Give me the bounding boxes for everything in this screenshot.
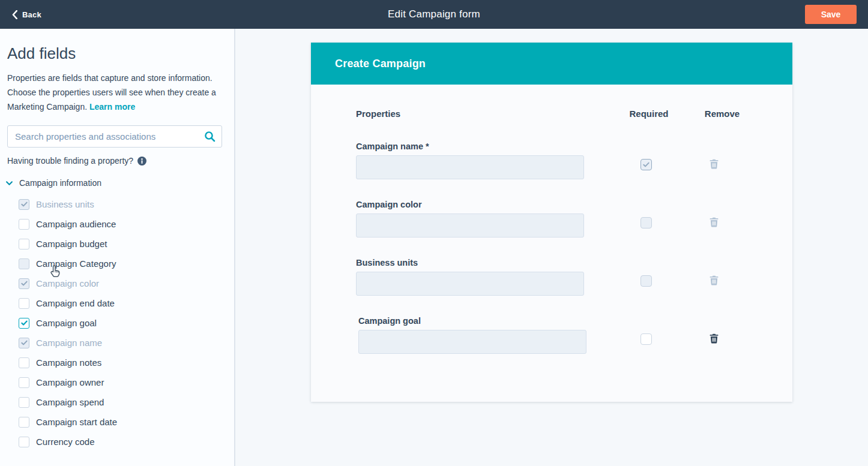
sidebar-description: Properties are fields that capture and s… (7, 71, 225, 114)
sidebar-heading: Add fields (7, 44, 76, 63)
property-label: Campaign budget (36, 239, 107, 249)
field-label: Campaign color (356, 200, 422, 209)
search-box (7, 125, 222, 148)
remove-trash-icon-disabled (710, 217, 719, 227)
required-checkbox-cell (640, 159, 652, 170)
form-row-campaign-color: Campaign color (356, 200, 770, 248)
property-label: Campaign owner (36, 377, 104, 387)
search-icon[interactable] (204, 131, 215, 142)
property-label: Campaign notes (36, 357, 101, 368)
topbar: Back Edit Campaign form Save (0, 0, 868, 29)
property-item-currency-code[interactable]: Currency code (0, 432, 235, 452)
checkbox-unchecked-hover[interactable] (19, 258, 29, 269)
trouble-text: Having trouble finding a property? (7, 156, 133, 166)
column-headers: Properties Required Remove (311, 109, 792, 121)
section-campaign-information[interactable]: Campaign information (6, 177, 101, 189)
column-header-properties: Properties (356, 109, 400, 119)
edit-campaign-form-screen: Back Edit Campaign form Save Add fields … (0, 0, 868, 466)
property-label: Business units (36, 199, 94, 209)
form-card-header: Create Campaign (311, 43, 792, 85)
chevron-down-icon (6, 181, 13, 185)
section-label: Campaign information (19, 178, 101, 188)
property-item-campaign-name[interactable]: Campaign name (0, 333, 235, 353)
property-label: Campaign color (36, 278, 99, 288)
required-checkbox-checked-disabled[interactable] (640, 159, 652, 170)
page-title: Edit Campaign form (0, 8, 868, 20)
field-label: Business units (356, 258, 418, 267)
checkbox-unchecked[interactable] (19, 219, 29, 230)
checkbox-checked[interactable] (19, 318, 29, 329)
property-label: Campaign goal (36, 318, 97, 328)
checkbox-checked-disabled[interactable] (19, 278, 29, 289)
checkbox-unchecked[interactable] (19, 417, 29, 428)
property-label: Campaign audience (36, 219, 116, 229)
checkbox-unchecked[interactable] (19, 239, 29, 249)
learn-more-link[interactable]: Learn more (89, 102, 135, 112)
property-item-campaign-category[interactable]: Campaign Category (0, 254, 235, 273)
save-button[interactable]: Save (805, 5, 857, 24)
property-label: Campaign spend (36, 397, 104, 407)
column-header-required: Required (625, 109, 673, 119)
property-item-campaign-end-date[interactable]: Campaign end date (0, 293, 235, 313)
create-campaign-form-card: Create Campaign Properties Required Remo… (311, 43, 792, 402)
property-item-campaign-spend[interactable]: Campaign spend (0, 392, 235, 412)
checkbox-checked-disabled[interactable] (19, 338, 29, 348)
property-item-campaign-color[interactable]: Campaign color (0, 273, 235, 293)
required-checkbox-unchecked-disabled[interactable] (640, 217, 652, 229)
business-units-input[interactable] (356, 272, 584, 296)
search-input[interactable] (7, 125, 222, 148)
required-checkbox-cell (640, 275, 652, 287)
property-label: Currency code (36, 437, 95, 447)
checkbox-checked-disabled[interactable] (19, 199, 29, 210)
form-row-business-units: Business units (356, 258, 770, 306)
checkbox-unchecked[interactable] (19, 357, 29, 368)
trouble-finding-row: Having trouble finding a property? (7, 155, 146, 167)
checkbox-unchecked[interactable] (19, 437, 29, 447)
property-label: Campaign end date (36, 298, 115, 308)
checkbox-unchecked[interactable] (19, 377, 29, 388)
remove-trash-icon-disabled (710, 159, 719, 169)
property-item-campaign-start-date[interactable]: Campaign start date (0, 412, 235, 432)
remove-trash-icon-disabled (710, 275, 719, 285)
property-label: Campaign start date (36, 417, 117, 427)
campaign-color-input[interactable] (356, 214, 584, 237)
add-fields-sidebar: Add fields Properties are fields that ca… (0, 29, 235, 466)
property-label: Campaign Category (36, 258, 116, 269)
required-checkbox-unchecked-disabled[interactable] (640, 275, 652, 287)
property-item-campaign-goal[interactable]: Campaign goal (0, 313, 235, 333)
property-label: Campaign name (36, 338, 102, 348)
checkbox-unchecked[interactable] (19, 397, 29, 408)
property-item-campaign-audience[interactable]: Campaign audience (0, 214, 235, 234)
campaign-name-input[interactable] (356, 155, 584, 179)
required-checkbox-unchecked[interactable] (640, 333, 652, 345)
info-icon[interactable] (137, 157, 146, 166)
field-label: Campaign name * (356, 142, 429, 151)
checkbox-unchecked[interactable] (19, 298, 29, 309)
field-label: Campaign goal (358, 316, 421, 326)
required-checkbox-cell (640, 217, 652, 229)
remove-trash-icon[interactable] (710, 333, 719, 344)
property-item-business-units[interactable]: Business units (0, 194, 235, 214)
property-item-campaign-owner[interactable]: Campaign owner (0, 372, 235, 392)
property-item-campaign-budget[interactable]: Campaign budget (0, 234, 235, 254)
column-header-remove: Remove (698, 109, 746, 119)
property-item-campaign-notes[interactable]: Campaign notes (0, 353, 235, 372)
form-row-campaign-goal: Campaign goal (356, 316, 770, 364)
form-row-campaign-name: Campaign name * (356, 142, 770, 190)
campaign-goal-input[interactable] (358, 330, 586, 354)
form-card-title: Create Campaign (335, 43, 426, 85)
required-checkbox-cell (640, 333, 652, 345)
